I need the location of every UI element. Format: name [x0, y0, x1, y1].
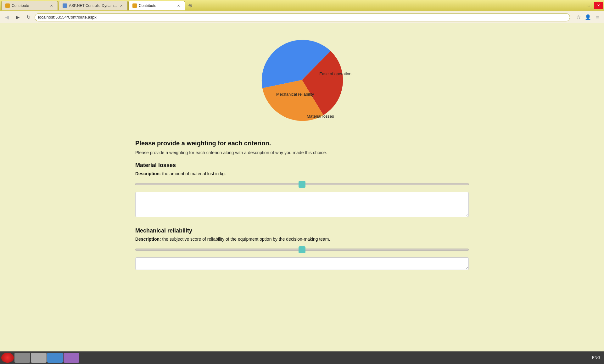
pie-chart-svg: Ease of operation Mechanical reliability…	[252, 30, 352, 130]
minimize-button[interactable]: —	[575, 2, 584, 9]
refresh-button[interactable]: ↻	[24, 13, 33, 22]
main-content-area: Please provide a weighting for each crit…	[135, 140, 469, 280]
taskbar-btn-2[interactable]	[31, 353, 47, 363]
tab-favicon-3	[132, 3, 137, 8]
tab-favicon-2	[63, 3, 67, 8]
tab-favicon-1	[5, 3, 10, 8]
tab-label-1: Contribute	[12, 3, 29, 8]
taskbar-time: ENG	[592, 356, 603, 360]
bookmark-icon[interactable]: ☆	[574, 13, 583, 21]
taskbar: ENG	[0, 351, 604, 364]
pie-label-material: Material losses	[307, 114, 334, 119]
criterion-mechanical-reliability: Mechanical reliability Description: the …	[135, 227, 469, 271]
address-icons: ☆ 👤 ≡	[574, 13, 601, 21]
material-losses-desc-text: the amount of material lost in kg.	[162, 171, 226, 176]
main-subtext: Please provide a weighting for each crit…	[135, 150, 469, 155]
address-bar-input[interactable]: localhost:53554/Contribute.aspx	[35, 13, 570, 21]
mechanical-reliability-desc-text: the subjective score of reliability of t…	[162, 237, 330, 242]
material-losses-heading: Material losses	[135, 162, 469, 169]
new-tab-button[interactable]: ⊕	[186, 1, 194, 10]
taskbar-btn-4[interactable]	[64, 353, 79, 363]
tab-close-1[interactable]: ✕	[49, 3, 54, 8]
pie-label-mechanical: Mechanical reliability	[276, 92, 314, 97]
address-text: localhost:53554/Contribute.aspx	[38, 15, 97, 20]
material-losses-textarea[interactable]	[135, 192, 469, 217]
material-losses-slider[interactable]	[135, 181, 469, 188]
mechanical-reliability-desc: Description: the subjective score of rel…	[135, 237, 469, 242]
tab-label-3: Contribute	[139, 3, 156, 8]
taskbar-btn-1[interactable]	[14, 353, 30, 363]
title-bar: Contribute ✕ ASP.NET Controls: Dynam... …	[0, 0, 604, 11]
material-losses-slider-wrapper	[135, 181, 469, 188]
pie-label-ease: Ease of operation	[319, 71, 351, 76]
forward-button[interactable]: ▶	[13, 13, 22, 22]
mechanical-reliability-textarea[interactable]	[135, 257, 469, 270]
main-heading: Please provide a weighting for each crit…	[135, 140, 469, 147]
material-losses-desc-bold: Description:	[135, 171, 161, 176]
taskbar-btn-3[interactable]	[47, 353, 63, 363]
tab-close-3[interactable]: ✕	[176, 3, 181, 8]
close-button[interactable]: ✕	[594, 2, 603, 9]
browser-window: Contribute ✕ ASP.NET Controls: Dynam... …	[0, 0, 604, 364]
tab-close-2[interactable]: ✕	[119, 3, 124, 8]
page-content: Ease of operation Mechanical reliability…	[0, 23, 604, 351]
menu-icon[interactable]: ≡	[593, 13, 601, 21]
profile-icon[interactable]: 👤	[584, 13, 592, 21]
pie-chart-container: Ease of operation Mechanical reliability…	[252, 30, 352, 130]
material-losses-desc: Description: the amount of material lost…	[135, 171, 469, 176]
address-bar: ◀ ▶ ↻ localhost:53554/Contribute.aspx ☆ …	[0, 11, 604, 23]
tab-contribute-1[interactable]: Contribute ✕	[1, 1, 58, 10]
mechanical-reliability-slider-wrapper	[135, 246, 469, 253]
criterion-material-losses: Material losses Description: the amount …	[135, 162, 469, 218]
mechanical-reliability-heading: Mechanical reliability	[135, 227, 469, 234]
tab-aspnet[interactable]: ASP.NET Controls: Dynam... ✕	[59, 1, 128, 10]
tab-contribute-2[interactable]: Contribute ✕	[128, 1, 185, 10]
mechanical-reliability-desc-bold: Description:	[135, 237, 161, 242]
taskbar-time-text: ENG	[592, 356, 600, 360]
mechanical-reliability-slider[interactable]	[135, 246, 469, 253]
start-button[interactable]	[1, 353, 14, 363]
back-button[interactable]: ◀	[3, 13, 11, 22]
maximize-button[interactable]: □	[584, 2, 593, 9]
window-controls: — □ ✕	[575, 2, 603, 9]
tab-label-2: ASP.NET Controls: Dynam...	[69, 3, 117, 8]
